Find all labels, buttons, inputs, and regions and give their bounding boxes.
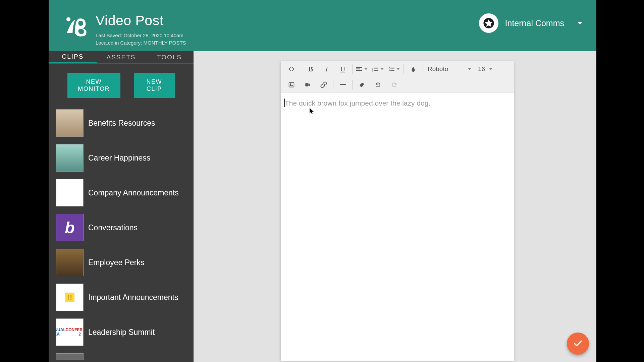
clip-label: Important Announcements [88, 293, 178, 302]
chevron-down-icon [578, 22, 582, 24]
svg-rect-22 [340, 84, 346, 85]
clip-thumbnail: ANNNUAL LEACONFERENCE 2 [56, 318, 84, 346]
bold-button[interactable]: B [303, 62, 319, 76]
clip-thumbnail [56, 109, 84, 137]
insert-image-button[interactable] [283, 78, 300, 92]
svg-rect-8 [374, 67, 378, 67]
editor-canvas: B I U 123 [194, 51, 596, 362]
last-saved-text: Last Saved: October 28, 2020 10:40am [96, 33, 186, 38]
clip-label: Company Announcements [88, 188, 179, 197]
svg-text:3: 3 [372, 70, 374, 72]
clip-item-company-announcements[interactable]: Company Announcements [56, 179, 186, 206]
tab-tools[interactable]: TOOLS [145, 51, 194, 63]
clear-formatting-button[interactable] [354, 78, 370, 92]
color-button[interactable] [405, 62, 421, 76]
clip-item-employee-perks[interactable]: Employee Perks [56, 249, 186, 276]
ordered-list-button[interactable]: 123 [370, 62, 386, 76]
clip-thumbnail: b [56, 214, 84, 241]
svg-text:!!: !! [67, 293, 72, 302]
svg-rect-5 [356, 69, 360, 69]
unordered-list-button[interactable] [386, 62, 402, 76]
svg-rect-10 [374, 69, 378, 69]
clip-thumbnail: !! [56, 284, 84, 311]
account-dropdown[interactable]: Internal Comms [505, 18, 582, 28]
editor-toolbar: B I U 123 [281, 61, 514, 93]
align-button[interactable] [354, 62, 370, 76]
star-badge-icon[interactable] [479, 13, 498, 33]
svg-point-13 [389, 67, 390, 68]
svg-rect-18 [390, 70, 394, 71]
clip-label: Career Happiness [88, 154, 150, 163]
sidebar: CLIPS ASSETS TOOLS NEW MONITOR NEW CLIP … [49, 51, 194, 362]
svg-rect-16 [390, 69, 394, 69]
page-title: Video Post [96, 13, 186, 28]
new-clip-button[interactable]: NEW CLIP [134, 73, 175, 98]
insert-link-button[interactable] [316, 78, 332, 92]
chevron-down-icon [380, 68, 384, 70]
clip-thumbnail [56, 179, 84, 206]
code-view-button[interactable] [283, 62, 300, 76]
clip-item-important-announcements[interactable]: !! Important Announcements [56, 284, 186, 311]
chevron-down-icon [396, 68, 400, 70]
svg-rect-14 [390, 67, 394, 67]
tab-clips[interactable]: CLIPS [49, 51, 97, 63]
clip-thumbnail [56, 144, 84, 172]
new-monitor-button[interactable]: NEW MONITOR [67, 73, 120, 98]
clip-item-partial[interactable] [56, 353, 186, 360]
italic-button[interactable]: I [319, 62, 335, 76]
editor-placeholder-text: The quick brown fox jumped over the lazy… [285, 99, 430, 107]
clip-label: Benefits Resources [88, 119, 155, 128]
app-header: Video Post Last Saved: October 28, 2020 … [49, 0, 596, 51]
font-size-select[interactable]: 16 [475, 65, 496, 73]
horizontal-rule-button[interactable] [335, 78, 351, 92]
font-family-select[interactable]: Roboto [424, 65, 475, 73]
confirm-fab[interactable] [567, 333, 589, 355]
sidebar-tabs: CLIPS ASSETS TOOLS [49, 51, 194, 64]
svg-point-15 [389, 69, 390, 70]
clip-item-conversations[interactable]: b Conversations [56, 214, 186, 241]
located-in-text: Located in Category: MONTHLY POSTS [96, 40, 186, 46]
clip-label: Employee Perks [88, 258, 144, 267]
text-editor: B I U 123 [281, 61, 514, 361]
svg-rect-21 [305, 83, 308, 86]
svg-rect-12 [374, 70, 378, 71]
clip-label: Conversations [88, 223, 138, 232]
clip-thumbnail [56, 353, 84, 360]
clip-thumbnail [56, 249, 84, 276]
insert-video-button[interactable] [300, 78, 316, 92]
app-logo [63, 13, 89, 39]
editor-content-area[interactable]: The quick brown fox jumped over the lazy… [281, 93, 514, 361]
clip-item-career-happiness[interactable]: Career Happiness [56, 144, 186, 172]
clip-list: Benefits Resources Career Happiness Comp… [49, 107, 194, 362]
clip-item-benefits-resources[interactable]: Benefits Resources [56, 109, 186, 137]
redo-button[interactable] [386, 78, 402, 92]
svg-rect-4 [356, 67, 362, 68]
chevron-down-icon [364, 68, 368, 70]
svg-point-20 [290, 83, 291, 84]
undo-button[interactable] [370, 78, 386, 92]
underline-button[interactable]: U [335, 62, 351, 76]
chevron-down-icon [468, 68, 471, 70]
tab-assets[interactable]: ASSETS [97, 51, 145, 63]
svg-rect-19 [289, 82, 294, 87]
clip-label: Leadership Summit [88, 328, 155, 337]
chevron-down-icon [489, 68, 492, 70]
svg-point-0 [66, 17, 70, 21]
text-cursor [284, 99, 285, 107]
svg-rect-6 [356, 70, 362, 71]
clip-item-leadership-summit[interactable]: ANNNUAL LEACONFERENCE 2 Leadership Summi… [56, 318, 186, 346]
mouse-pointer-icon [310, 108, 314, 116]
svg-point-17 [389, 70, 390, 71]
